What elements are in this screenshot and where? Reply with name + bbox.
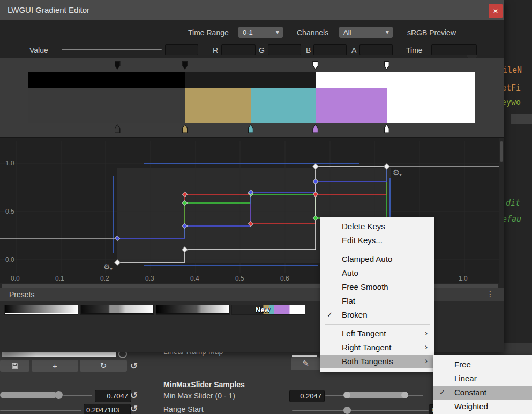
- r-field[interactable]: —: [221, 44, 256, 55]
- minmax-value[interactable]: 0.2047: [289, 390, 325, 402]
- new-preset-label: New: [256, 306, 270, 314]
- alpha-key-marker[interactable]: [384, 61, 389, 70]
- chevron-down-icon: ▼: [276, 30, 279, 35]
- submenu-item-free[interactable]: Free: [433, 358, 532, 372]
- marker-fill: [313, 62, 318, 69]
- preset-swatch[interactable]: [156, 305, 230, 315]
- x-axis-tick: 0.4: [190, 275, 199, 282]
- x-axis-tick: 1.0: [459, 275, 468, 282]
- slider1-thumb[interactable]: [55, 391, 63, 399]
- menu-item-left-tangent[interactable]: Left Tangent›: [320, 327, 434, 341]
- alpha-key-marker[interactable]: [182, 61, 188, 70]
- menu-item-clamped-auto[interactable]: Clamped Auto: [320, 252, 434, 266]
- slider2-value[interactable]: 0.2047183: [84, 404, 131, 414]
- curve-key[interactable]: [182, 223, 187, 228]
- menu-item-flat[interactable]: Flat: [320, 294, 434, 308]
- submenu-item-linear[interactable]: Linear: [433, 372, 532, 386]
- curve-key[interactable]: [313, 215, 318, 220]
- curve-key[interactable]: [115, 260, 121, 266]
- curve-key[interactable]: [115, 236, 119, 240]
- color-key-marker[interactable]: [115, 124, 121, 133]
- x-axis-tick: 0.2: [100, 275, 109, 282]
- minmax-handle-max[interactable]: [401, 392, 408, 398]
- submenu-arrow-icon: ›: [425, 326, 428, 340]
- a-label: A: [351, 46, 356, 55]
- value-slider[interactable]: [62, 49, 162, 50]
- gradient-segment: [316, 88, 387, 123]
- a-field[interactable]: —: [359, 44, 393, 55]
- range-start-thumb[interactable]: [343, 407, 351, 414]
- check-icon: ✓: [439, 386, 445, 400]
- b-field[interactable]: —: [313, 44, 347, 55]
- minmax-handle-min[interactable]: [343, 392, 350, 398]
- color-key-marker[interactable]: [312, 124, 318, 133]
- curve-settings-button[interactable]: ⚙▾: [393, 168, 402, 177]
- gear-icon: ⚙: [103, 262, 110, 271]
- curve-key[interactable]: [384, 164, 390, 170]
- slider1-fill[interactable]: [0, 392, 57, 398]
- submenu-item-constant[interactable]: Constant✓: [433, 386, 532, 400]
- revert-icon-slider1[interactable]: ↺: [130, 390, 138, 401]
- curve-key[interactable]: [313, 164, 319, 170]
- code-fragment: ileN: [503, 65, 522, 75]
- menu-item-delete-keys[interactable]: Delete Keys: [320, 220, 434, 234]
- submenu-item-weighted[interactable]: Weighted: [433, 400, 532, 413]
- curve-key[interactable]: [182, 200, 187, 205]
- color-gradient-bar[interactable]: [28, 88, 475, 123]
- g-field[interactable]: —: [268, 44, 301, 55]
- menu-item-edit-keys[interactable]: Edit Keys...: [320, 234, 434, 247]
- menu-item-free-smooth[interactable]: Free Smooth: [320, 280, 434, 294]
- close-button[interactable]: ✕: [489, 4, 503, 18]
- marker-fill: [115, 125, 119, 133]
- save-button[interactable]: [0, 360, 29, 372]
- menu-item-broken[interactable]: Broken✓: [320, 308, 434, 322]
- value-field[interactable]: —: [165, 44, 198, 55]
- add-preset-button[interactable]: +: [32, 360, 78, 372]
- time-range-label: Time Range: [188, 28, 229, 37]
- time-field[interactable]: —: [431, 44, 477, 55]
- slider1-track[interactable]: [63, 395, 92, 396]
- menu-item-both-tangents[interactable]: Both Tangents›: [320, 355, 434, 368]
- edit-ramp-button[interactable]: ✎: [291, 357, 320, 370]
- color-key-marker[interactable]: [384, 124, 389, 133]
- curve-key[interactable]: [182, 247, 188, 253]
- title-bar[interactable]: LWGUI Gradient Editor ✕: [0, 0, 504, 20]
- alpha-key-marker[interactable]: [115, 61, 121, 70]
- time-range-value: 0-1: [243, 28, 253, 36]
- color-key-marker[interactable]: [182, 124, 188, 133]
- channels-dropdown[interactable]: All ▼: [339, 27, 393, 38]
- curve-key[interactable]: [313, 179, 318, 184]
- time-range-dropdown[interactable]: 0-1 ▼: [238, 27, 283, 38]
- slider1-value[interactable]: 0.7047: [95, 390, 131, 402]
- slider2-track[interactable]: [0, 410, 81, 411]
- alpha-key-marker[interactable]: [312, 61, 318, 70]
- revert-icon-toolbar[interactable]: ↺: [130, 360, 138, 371]
- preset-swatch[interactable]: [80, 305, 154, 315]
- curve-v-scrollbar[interactable]: [499, 138, 504, 283]
- menu-separator: [320, 322, 434, 327]
- color-key-marker[interactable]: [248, 124, 253, 133]
- context-menu: Delete KeysEdit Keys...Clamped AutoAutoF…: [320, 217, 434, 372]
- marker-fill: [183, 125, 187, 133]
- curve-settings-button[interactable]: ⚙▾: [103, 262, 113, 272]
- refresh-button[interactable]: ↻: [80, 360, 127, 372]
- alpha-gradient-bar[interactable]: [28, 72, 475, 88]
- chevron-down-icon: ▾: [400, 172, 402, 177]
- curve-key[interactable]: [248, 221, 253, 226]
- minmax-range-bar[interactable]: [345, 392, 408, 398]
- curve-v-scrollbar-thumb[interactable]: [500, 141, 503, 162]
- presets-label: Presets: [9, 290, 34, 299]
- preset-swatch-new[interactable]: New: [231, 305, 305, 315]
- gradient-segment: [185, 72, 316, 88]
- editor-scrollbar-thumb[interactable]: [511, 114, 532, 124]
- submenu-arrow-icon: ›: [425, 340, 428, 354]
- kebab-menu-icon[interactable]: ⋮: [486, 290, 494, 298]
- preset-swatch[interactable]: [4, 305, 78, 315]
- menu-item-auto[interactable]: Auto: [320, 266, 434, 280]
- range-start-track[interactable]: [292, 410, 429, 411]
- marker-fill: [385, 125, 389, 133]
- revert-icon-slider2[interactable]: ↺: [130, 403, 138, 414]
- window-title: LWGUI Gradient Editor: [8, 5, 89, 14]
- curve-key[interactable]: [182, 192, 187, 197]
- menu-item-right-tangent[interactable]: Right Tangent›: [320, 341, 434, 355]
